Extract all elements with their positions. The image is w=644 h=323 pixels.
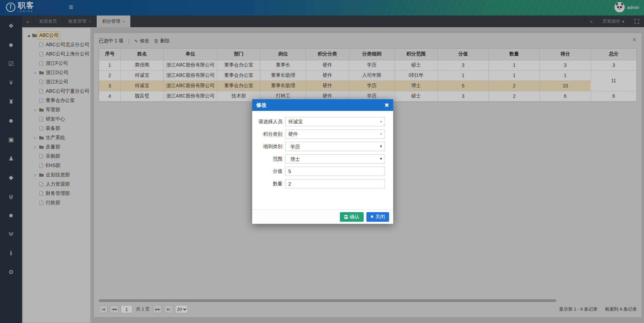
rule-select[interactable]: 学历 (285, 142, 385, 151)
score-label: 分值 (252, 168, 282, 175)
modal-title: 修改 (256, 102, 267, 108)
category-label: 积分类别 (252, 131, 282, 137)
range-label: 范围 (252, 156, 282, 162)
app-screen: 职客 IZHIKE ≡ admin « 欢迎首页账套管理×积分管理× » (0, 0, 644, 323)
modal-header: 修改 ✖ (252, 99, 393, 111)
confirm-button[interactable]: 确认 (340, 212, 364, 222)
modal-body: 请选择人员 ▼ 积分类别 ▼ 细则类别 学历 (252, 111, 393, 209)
close-x-icon: ✖ (371, 215, 374, 219)
person-combobox[interactable] (285, 117, 385, 126)
category-combobox[interactable] (285, 129, 385, 139)
save-icon (344, 215, 348, 219)
modal-close-icon[interactable]: ✖ (385, 102, 389, 108)
edit-modal: 修改 ✖ 请选择人员 ▼ 积分类别 ▼ 细则类别 (252, 99, 393, 224)
range-select[interactable]: 博士 (285, 154, 385, 164)
rule-label: 细则类别 (252, 144, 282, 150)
close-button[interactable]: ✖ 关闭 (366, 212, 389, 222)
modal-footer: 确认 ✖ 关闭 (252, 209, 393, 224)
quantity-input[interactable] (285, 179, 385, 188)
score-input[interactable] (285, 167, 385, 176)
quantity-label: 数量 (252, 181, 282, 187)
person-label: 请选择人员 (252, 119, 282, 125)
